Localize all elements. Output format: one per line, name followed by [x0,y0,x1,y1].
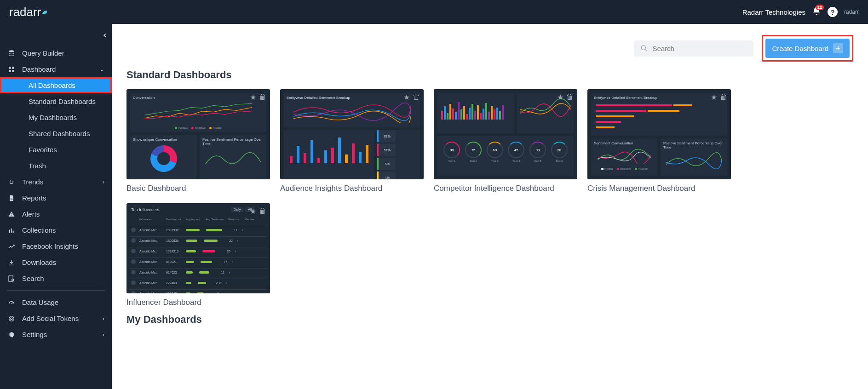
subnav-favorites[interactable]: Favorites [0,142,112,158]
chevron-right-icon: › [103,179,104,185]
nav-label: All Dashboards [29,81,75,89]
warning-icon [7,211,16,218]
subnav-trash[interactable]: Trash [0,158,112,174]
section-title-standard: Standard Dashboards [126,69,853,81]
trash-icon[interactable]: 🗑 [566,93,574,102]
nav-alerts[interactable]: Alerts [0,206,112,222]
dashboard-card[interactable]: ★🗑 Entitywise Detailed Sentiment Breakup [280,89,424,193]
sidebar-divider [6,290,105,291]
button-label: Create Dashboard [772,45,828,52]
nav-collections[interactable]: Collections [0,222,112,238]
nav-label: Dashboard [22,65,56,73]
panel-title: Top Influencers [131,207,159,212]
search-input[interactable] [652,45,747,52]
svg-rect-6 [11,229,12,233]
chevron-left-icon [102,32,108,39]
panel-title: Positive Sentiment Percentage Over Time [202,137,264,146]
svg-point-12 [641,46,645,50]
nav-label: Trash [29,162,46,170]
nav-reports[interactable]: Reports [0,190,112,206]
top-header: radarr Radarr Technologies 12 ? radarr [0,0,868,24]
panel-title: Entitywise Detailed Sentiment Breakup [287,96,417,100]
svg-rect-5 [9,229,10,233]
subnav-shared-dashboards[interactable]: Shared Dashboards [0,126,112,142]
company-name: Radarr Technologies [742,8,805,16]
svg-rect-1 [9,67,11,69]
flame-icon [7,178,16,186]
logo-text: radarr [9,5,41,19]
nav-label: Collections [22,226,56,234]
nav-data-usage[interactable]: Data Usage [0,294,112,310]
card-title: Basic Dashboard [126,184,270,193]
dashboard-card[interactable]: ★🗑 Top Influencers Daily All Influencer … [126,203,270,307]
nav-trends[interactable]: Trends › [0,174,112,190]
sidebar-collapse-button[interactable] [102,32,108,40]
panel-title: Sentiment Conversation [594,141,655,145]
card-thumbnail: ★🗑 Top Influencers Daily All Influencer … [126,203,270,293]
subnav-standard-dashboards[interactable]: Standard Dashboards [0,93,112,109]
card-thumbnail: ★🗑 Conversation Positive Negative Neutra… [126,89,270,179]
trash-icon[interactable]: 🗑 [259,93,266,102]
nav-add-social-tokens[interactable]: Add Social Tokens › [0,310,112,326]
create-dashboard-button[interactable]: Create Dashboard + [765,39,850,58]
database-icon [7,50,16,57]
search-box[interactable] [634,40,753,57]
nav-label: Downloads [22,258,56,266]
nav-label: Query Builder [22,49,64,57]
subnav-all-dashboards[interactable]: All Dashboards [0,77,112,93]
bar-chart-icon [7,227,16,234]
app-logo[interactable]: radarr [9,5,51,19]
star-icon[interactable]: ★ [711,93,717,102]
trash-icon[interactable]: 🗑 [259,207,266,216]
nav-label: Standard Dashboards [29,97,96,105]
nav-label: Reports [22,194,46,202]
nav-label: Trends [22,178,43,186]
create-button-highlight: Create Dashboard + [762,35,853,62]
nav-facebook-insights[interactable]: Facebook Insights [0,238,112,254]
standard-dashboards-grid: ★🗑 Conversation Positive Negative Neutra… [126,89,853,307]
nav-label: Data Usage [22,298,58,306]
chevron-right-icon: › [103,332,104,338]
nav-query-builder[interactable]: Query Builder [0,45,112,61]
mini-logo: radarr [844,9,859,15]
section-title-my: My Dashboards [126,314,853,326]
card-thumbnail: ★🗑 Entitywise Detailed Sentiment Breakup [280,89,424,179]
dashboard-card[interactable]: ★🗑 Entitywise Detailed Sentiment Breakup… [587,89,731,193]
gear-icon [7,331,16,338]
help-button[interactable]: ? [828,7,838,17]
nav-label: Add Social Tokens [22,315,79,322]
nav-search[interactable]: Search [0,270,112,286]
sidebar: Query Builder Dashboard ⌄ All Dashboards… [0,24,112,389]
panel-title: Show unique Conversation [133,137,194,142]
chevron-right-icon: › [103,315,104,322]
nav-settings[interactable]: Settings › [0,326,112,343]
star-icon[interactable]: ★ [557,93,563,102]
trash-icon[interactable]: 🗑 [413,93,420,102]
card-thumbnail: ★🗑 Entitywise Detailed Sentiment Breakup… [587,89,731,179]
dashboard-card[interactable]: ★🗑 [434,89,577,193]
dashboard-card[interactable]: ★🗑 Conversation Positive Negative Neutra… [126,89,270,193]
panel-title: Entitywise Detailed Sentiment Breakup [594,96,724,100]
subnav-my-dashboards[interactable]: My Dashboards [0,109,112,126]
document-icon [7,194,16,202]
search-icon [640,45,648,52]
notification-badge: 12 [816,5,824,10]
card-thumbnail: ★🗑 [434,89,577,179]
star-icon[interactable]: ★ [250,93,256,102]
nav-downloads[interactable]: Downloads [0,254,112,270]
toolbar: Create Dashboard + [126,35,853,62]
card-title: Influencer Dashboard [126,298,270,307]
main-content: Create Dashboard + Standard Dashboards ★… [112,24,868,389]
star-icon[interactable]: ★ [250,207,256,216]
svg-point-0 [9,50,14,52]
trend-up-icon [7,243,16,250]
svg-rect-7 [13,230,14,233]
card-title: Audience Insights Dashboard [280,184,424,193]
nav-dashboard[interactable]: Dashboard ⌄ [0,61,112,77]
notifications-button[interactable]: 12 [812,6,821,17]
panel-title: Positive Sentiment Percentage Over Time [663,141,724,149]
trash-icon[interactable]: 🗑 [720,93,727,102]
nav-label: Facebook Insights [22,242,78,250]
star-icon[interactable]: ★ [403,93,410,102]
nav-label: Settings [22,331,47,338]
